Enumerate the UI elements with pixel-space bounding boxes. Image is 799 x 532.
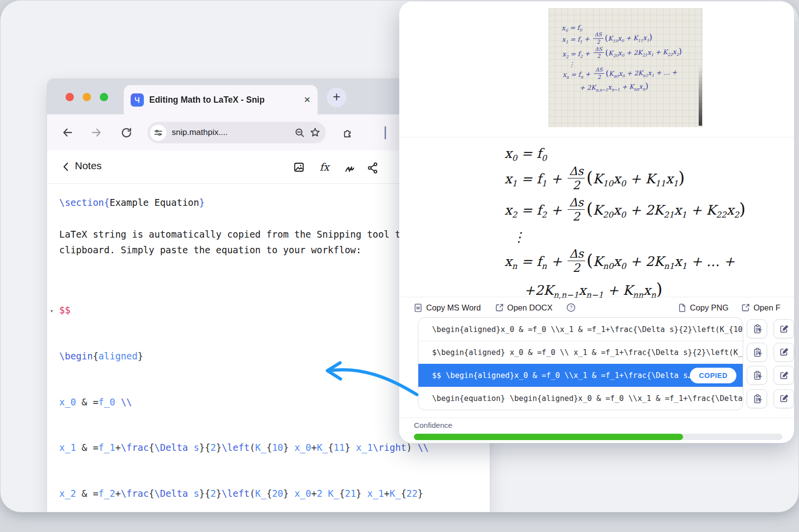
url-text: snip.mathpix.... [172,128,290,137]
svg-text:?: ? [570,305,572,310]
copy-to-clipboard-button[interactable] [747,389,767,408]
section-close-brace: } [199,197,205,208]
math-line: ⋮ [512,229,746,245]
svg-text:W: W [416,305,420,310]
open-docx-button[interactable]: Open DOCX [494,303,553,313]
math-line: x0 = f0 [504,145,746,162]
screenshot-canvas: Editing Math to LaTeX - Snip ✕ + snip.ma… [0,0,799,532]
back-button[interactable] [58,123,77,142]
row-action-buttons-column [747,317,794,410]
copy-to-clipboard-button[interactable] [747,319,767,338]
fold-triangle-icon[interactable]: ▾ [50,304,53,319]
draw-pen-icon[interactable] [342,160,357,175]
help-icon[interactable]: ? [566,302,576,313]
copy-to-clipboard-button[interactable] [747,343,767,362]
insert-image-icon[interactable] [292,160,306,175]
reload-button[interactable] [116,123,136,142]
math-line: x1 = f1 + Δs2(K10x0 + K11x1) [504,166,746,193]
copy-ms-word-button[interactable]: W Copy MS Word [413,303,481,313]
handwritten-equations: x0 = f0 x1 = f1 + ΔS2(K10x0 + K11x1) x2 … [548,8,703,93]
section-line: \section{Example Equation} [59,197,205,208]
handwritten-line: xn = fn + ΔS2(Kn0x0 + 2Kn1x1 + … + [563,66,700,82]
share-icon[interactable] [365,160,380,175]
new-tab-button[interactable]: + [327,88,346,107]
tab-close-icon[interactable]: ✕ [304,95,311,105]
confidence-label: Confidence [414,421,452,430]
section-command: \section{ [59,197,110,208]
code-line: x_0 & =f_0 \\ [59,395,429,410]
format-options-list: \begin{aligned}x_0 & =f_0 \\x_1 & =f_1+\… [418,317,743,410]
panel-divider [399,137,794,137]
zoom-out-icon[interactable] [294,127,305,138]
window-close-button[interactable] [66,93,74,101]
format-row-display-dollar-selected[interactable]: $$ \begin{aligned}x_0 & =f_0 \\x_1 & =f_… [418,364,743,387]
edit-format-button[interactable] [774,366,794,385]
confidence-divider [399,418,794,418]
format-row-inline-dollar[interactable]: $\begin{aligned} x_0 & =f_0 \\ x_1 & =f_… [418,341,743,364]
bookmark-star-icon[interactable] [309,127,321,138]
forward-button[interactable] [87,123,106,142]
open-file-button[interactable]: Open F [740,303,780,313]
handwritten-line: x2 = f2 + ΔS2(K20x0 + 2K21x1 + K22x2) [562,45,700,61]
copy-to-clipboard-button[interactable] [747,366,767,385]
copy-png-button[interactable]: Copy PNG [677,303,729,313]
handwritten-line: + 2Kn,n−1xn−1 + Knnxn) [579,80,700,93]
latex-code-block: ▾$$ \begin{aligned} x_0 & =f_0 \\ x_1 & … [59,272,429,512]
site-settings-icon[interactable] [150,125,166,141]
snipped-photo: x0 = f0 x1 = f1 + ΔS2(K10x0 + K11x1) x2 … [548,8,703,127]
code-line: x_1 & =f_1+\frac{\Delta s}{2}\left(K_{10… [59,440,429,455]
window-minimize-button[interactable] [83,93,91,101]
code-line: \begin{aligned} [59,349,429,364]
extensions-puzzle-icon[interactable] [338,123,358,142]
insert-equation-icon[interactable]: fx [317,160,332,175]
screenshot-frame: Editing Math to LaTeX - Snip ✕ + snip.ma… [0,0,799,512]
edit-format-button[interactable] [774,389,794,408]
code-line: ▾$$ [59,303,429,318]
mathpix-snip-panel: x0 = f0 x1 = f1 + ΔS2(K10x0 + K11x1) x2 … [399,1,794,443]
tab-title: Editing Math to LaTeX - Snip [149,95,301,105]
handwritten-line: x0 = f0 [562,22,699,32]
toolbar-divider [385,126,386,139]
handwritten-line: x1 = f1 + ΔS2(K10x0 + K11x1) [562,31,699,46]
body-paragraph: LaTeX string is automatically copied fro… [59,226,452,258]
rendered-math-preview: x0 = f0 x1 = f1 + Δs2(K10x0 + K11x1) x2 … [504,145,746,304]
notes-title: Notes [75,160,102,172]
address-bar[interactable]: snip.mathpix.... [147,122,326,143]
edit-format-button[interactable] [774,343,794,362]
window-zoom-button[interactable] [100,93,108,101]
math-line: x2 = f2 + Δs2(K20x0 + 2K21x1 + K22x2) [504,198,746,224]
export-actions-row: W Copy MS Word Open DOCX ? Copy PNG Open… [399,297,794,318]
mathpix-favicon [131,93,144,107]
section-title: Example Equation [110,197,199,208]
copied-badge: COPIED [690,368,736,383]
confidence-bar-track [414,434,782,440]
math-line: xn = fn + Δs2(Kn0x0 + 2Kn1x1 + … + [504,249,746,276]
notes-back-button[interactable] [61,161,71,172]
confidence-bar-fill [414,434,683,440]
format-row-aligned[interactable]: \begin{aligned}x_0 & =f_0 \\x_1 & =f_1+\… [418,318,743,341]
browser-tab[interactable]: Editing Math to LaTeX - Snip ✕ [124,85,318,114]
edit-format-button[interactable] [774,319,794,338]
photo-edge-shadow [699,66,702,126]
format-row-equation[interactable]: \begin{equation} \begin{aligned}x_0 & =f… [418,387,743,410]
code-line: x_2 & =f_2+\frac{\Delta s}{2}\left(K_{20… [59,486,429,501]
